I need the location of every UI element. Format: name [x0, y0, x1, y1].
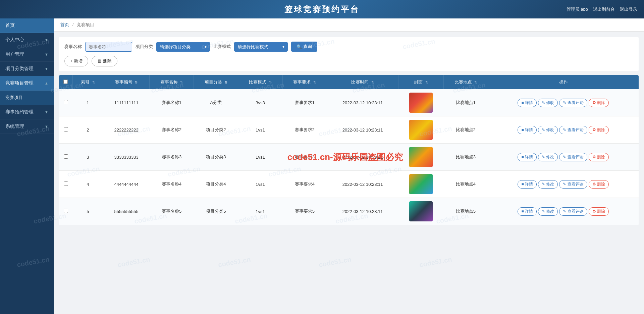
delete-button-3[interactable]: ♻ 删除 — [589, 180, 609, 189]
td-event-no: 3333333333 — [103, 144, 150, 171]
detail-button-1[interactable]: ■ 详情 — [518, 126, 537, 134]
cover-image-1 — [409, 120, 433, 140]
mode-select-wrapper: 请选择比赛模式 — [234, 42, 288, 52]
td-location: 比赛地点3 — [443, 144, 488, 171]
td-event-no: 4444444444 — [103, 171, 150, 198]
td-requirement: 赛事要求4 — [282, 171, 327, 198]
row-checkbox-3[interactable] — [64, 181, 68, 186]
review-button-3[interactable]: ✎ 查看评论 — [559, 180, 587, 189]
td-category: 项目分类4 — [194, 171, 238, 198]
breadcrumb-current: 竞赛项目 — [77, 22, 94, 27]
td-checkbox — [59, 116, 72, 144]
select-all-checkbox[interactable] — [63, 80, 68, 84]
review-button-2[interactable]: ✎ 查看评论 — [559, 153, 587, 161]
admin-label: 管理员 abo — [567, 6, 588, 12]
sidebar-item-booking-mgmt[interactable]: 赛事预约管理 ▼ — [0, 105, 54, 119]
review-button-0[interactable]: ✎ 查看评论 — [559, 99, 587, 107]
table-row: 5 5555555555 赛事名称5 项目分类5 1vs1 赛事要求5 2022… — [59, 198, 639, 225]
td-time: 2022-03-12 10:23:11 — [327, 116, 398, 144]
row-checkbox-4[interactable] — [64, 209, 68, 213]
sidebar-system-label: 系统管理 — [5, 123, 24, 129]
delete-button-0[interactable]: ♻ 删除 — [589, 99, 609, 107]
sidebar-personal-label: 个人中心 — [5, 37, 24, 43]
td-index: 5 — [72, 198, 103, 225]
delete-button-2[interactable]: ♻ 删除 — [589, 153, 609, 161]
edit-button-4[interactable]: ✎ 修改 — [538, 207, 558, 216]
th-action: 操作 — [488, 75, 639, 89]
td-action: ■ 详情 ✎ 修改 ✎ 查看评论 ♻ 删除 — [488, 144, 639, 171]
row-checkbox-1[interactable] — [64, 127, 68, 132]
mode-label: 比赛模式 — [213, 44, 231, 50]
delete-button-4[interactable]: ♻ 删除 — [589, 207, 609, 216]
detail-button-4[interactable]: ■ 详情 — [518, 207, 537, 216]
goto-front-button[interactable]: 退出到前台 — [593, 6, 615, 12]
td-mode: 1vs1 — [238, 116, 282, 144]
breadcrumb-home[interactable]: 首页 — [60, 22, 69, 27]
review-button-4[interactable]: ✎ 查看评论 — [559, 207, 587, 216]
layout: 首页 个人中心 ▼ 用户管理 ▼ 项目分类管理 ▼ 竞赛项目管理 ▲ 竞赛项目 … — [0, 18, 644, 314]
cover-image-3 — [409, 174, 433, 194]
table-row: 2 2222222222 赛事名称2 项目分类2 1vs1 赛事要求2 2022… — [59, 116, 639, 144]
sort-icon: ⇅ — [92, 81, 95, 84]
td-mode: 3vs3 — [238, 89, 282, 116]
sidebar-user-label: 用户管理 — [5, 51, 24, 57]
td-event-name: 赛事名称2 — [150, 116, 194, 144]
td-cover — [398, 89, 443, 116]
edit-button-3[interactable]: ✎ 修改 — [538, 180, 558, 189]
review-button-1[interactable]: ✎ 查看评论 — [559, 126, 587, 134]
category-select[interactable]: 请选择项目分类 — [156, 42, 210, 52]
sidebar-item-home[interactable]: 首页 — [0, 18, 54, 33]
td-action: ■ 详情 ✎ 修改 ✎ 查看评论 ♻ 删除 — [488, 89, 639, 116]
sort-icon: ⇅ — [135, 81, 138, 84]
add-button[interactable]: + 新增 — [64, 56, 88, 66]
sidebar-item-personal[interactable]: 个人中心 ▼ — [0, 33, 54, 47]
row-checkbox-0[interactable] — [64, 100, 68, 104]
td-action: ■ 详情 ✎ 修改 ✎ 查看评论 ♻ 删除 — [488, 171, 639, 198]
chevron-down-icon: ▼ — [45, 124, 48, 128]
td-time: 2022-03-12 10:23:11 — [327, 198, 398, 225]
query-button[interactable]: 🔍 查询 — [291, 42, 317, 52]
sidebar-category-label: 项目分类管理 — [5, 66, 34, 72]
detail-button-2[interactable]: ■ 详情 — [518, 153, 537, 161]
content-area: 赛事名称 项目分类 请选择项目分类 比赛模式 请选择比赛模式 — [54, 32, 644, 230]
td-cover — [398, 198, 443, 225]
td-requirement: 赛事要求2 — [282, 116, 327, 144]
mode-select[interactable]: 请选择比赛模式 — [234, 42, 288, 52]
row-checkbox-2[interactable] — [64, 154, 68, 159]
sidebar-item-category-mgmt[interactable]: 项目分类管理 ▼ — [0, 62, 54, 76]
header: 篮球竞赛预约平台 管理员 abo 退出到前台 退出登录 — [0, 0, 644, 18]
td-checkbox — [59, 144, 72, 171]
td-category: 项目分类3 — [194, 144, 238, 171]
detail-button-3[interactable]: ■ 详情 — [518, 180, 537, 189]
sidebar-booking-label: 赛事预约管理 — [5, 109, 34, 115]
sidebar-item-system-mgmt[interactable]: 系统管理 ▼ — [0, 119, 54, 134]
edit-button-2[interactable]: ✎ 修改 — [538, 153, 558, 161]
td-event-name: 赛事名称3 — [150, 144, 194, 171]
edit-button-1[interactable]: ✎ 修改 — [538, 126, 558, 134]
td-index: 3 — [72, 144, 103, 171]
sort-icon: ⇅ — [225, 81, 227, 84]
cover-image-2 — [409, 147, 433, 167]
td-requirement: 赛事要求1 — [282, 89, 327, 116]
td-requirement: 赛事要求3 — [282, 144, 327, 171]
cover-image-4 — [409, 201, 433, 221]
event-name-input[interactable] — [85, 42, 132, 52]
detail-button-0[interactable]: ■ 详情 — [518, 99, 537, 107]
logout-button[interactable]: 退出登录 — [620, 6, 637, 12]
sidebar-item-competition-mgmt[interactable]: 竞赛项目管理 ▲ — [0, 76, 54, 91]
edit-button-0[interactable]: ✎ 修改 — [538, 99, 558, 107]
sidebar-item-user-mgmt[interactable]: 用户管理 ▼ — [0, 47, 54, 62]
chevron-down-icon: ▼ — [45, 110, 48, 114]
batch-delete-button[interactable]: 🗑 删除 — [92, 56, 117, 66]
th-location: 比赛地点 ⇅ — [443, 75, 488, 89]
sidebar-competition-items-label: 竞赛项目 — [5, 95, 23, 101]
th-checkbox — [59, 75, 72, 89]
td-mode: 1vs1 — [238, 144, 282, 171]
td-time: 2022-03-12 10:23:11 — [327, 89, 398, 116]
td-location: 比赛地点5 — [443, 198, 488, 225]
td-location: 比赛地点1 — [443, 89, 488, 116]
td-event-name: 赛事名称1 — [150, 89, 194, 116]
table-row: 4 4444444444 赛事名称4 项目分类4 1vs1 赛事要求4 2022… — [59, 171, 639, 198]
delete-button-1[interactable]: ♻ 删除 — [589, 126, 609, 134]
sidebar-item-competition-items[interactable]: 竞赛项目 — [0, 91, 54, 105]
